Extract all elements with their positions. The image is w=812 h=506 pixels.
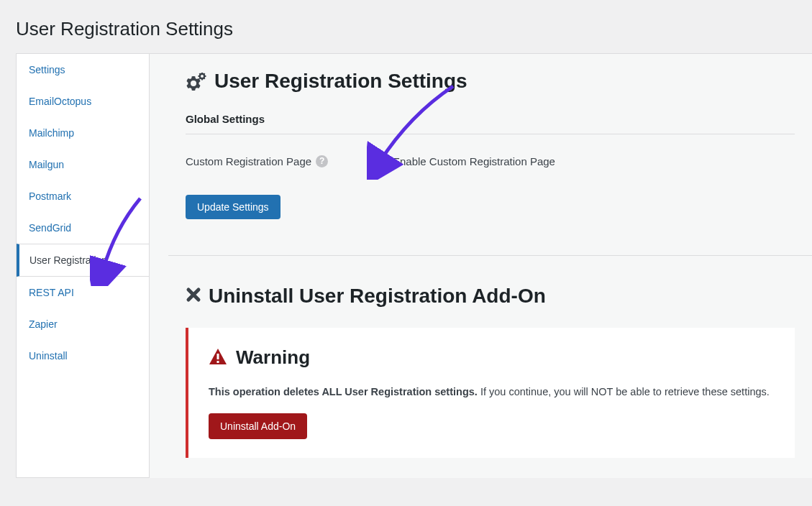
uninstall-header: Uninstall User Registration Add-On xyxy=(186,285,795,308)
field-label-text: Custom Registration Page xyxy=(186,155,311,167)
warning-text: This operation deletes ALL User Registra… xyxy=(209,385,779,400)
warning-heading: Warning xyxy=(236,346,310,369)
uninstall-title: Uninstall User Registration Add-On xyxy=(209,285,546,308)
svg-rect-2 xyxy=(201,73,203,74)
update-settings-button[interactable]: Update Settings xyxy=(186,195,280,219)
checkbox-wrapper: Enable Custom Registration Page xyxy=(373,155,555,167)
main-content: User Registration Settings Global Settin… xyxy=(150,53,812,478)
close-icon xyxy=(186,287,201,305)
warning-bold-text: This operation deletes ALL User Registra… xyxy=(209,386,478,397)
svg-rect-10 xyxy=(217,354,219,359)
help-icon[interactable]: ? xyxy=(316,155,328,167)
content-wrapper: Settings EmailOctopus Mailchimp Mailgun … xyxy=(0,53,812,478)
checkbox-label: Enable Custom Registration Page xyxy=(393,155,555,167)
sidebar-item-rest-api[interactable]: REST API xyxy=(17,277,149,308)
global-settings-heading: Global Settings xyxy=(186,113,795,134)
gears-icon xyxy=(186,73,207,91)
sidebar-item-mailgun[interactable]: Mailgun xyxy=(17,149,149,180)
warning-triangle-icon xyxy=(209,348,227,368)
svg-rect-3 xyxy=(201,78,203,80)
settings-section: User Registration Settings Global Settin… xyxy=(168,54,812,256)
custom-registration-label: Custom Registration Page ? xyxy=(186,155,373,167)
svg-point-1 xyxy=(201,75,204,78)
sidebar-item-mailchimp[interactable]: Mailchimp xyxy=(17,117,149,149)
warning-box: Warning This operation deletes ALL User … xyxy=(186,328,795,458)
sidebar-item-emailoctopus[interactable]: EmailOctopus xyxy=(17,86,149,117)
enable-custom-registration-checkbox[interactable] xyxy=(373,155,386,167)
custom-registration-row: Custom Registration Page ? Enable Custom… xyxy=(186,155,795,167)
settings-header: User Registration Settings xyxy=(186,70,795,93)
warning-rest-text: If you continue, you will NOT be able to… xyxy=(478,386,770,397)
sidebar-item-settings[interactable]: Settings xyxy=(17,54,149,86)
svg-rect-4 xyxy=(199,75,200,77)
sidebar-item-uninstall[interactable]: Uninstall xyxy=(17,340,149,372)
page-title: User Registration Settings xyxy=(0,0,812,53)
uninstall-addon-button[interactable]: Uninstall Add-On xyxy=(209,413,307,439)
svg-rect-11 xyxy=(217,361,219,363)
settings-title: User Registration Settings xyxy=(214,70,467,93)
sidebar-item-user-registration[interactable]: User Registration xyxy=(17,244,149,277)
sidebar-item-zapier[interactable]: Zapier xyxy=(17,308,149,340)
sidebar-item-postmark[interactable]: Postmark xyxy=(17,180,149,212)
sidebar-item-sendgrid[interactable]: SendGrid xyxy=(17,212,149,244)
warning-header: Warning xyxy=(209,346,779,369)
sidebar-nav: Settings EmailOctopus Mailchimp Mailgun … xyxy=(16,53,150,478)
uninstall-section: Uninstall User Registration Add-On Warni… xyxy=(168,269,812,465)
svg-rect-5 xyxy=(205,75,206,77)
